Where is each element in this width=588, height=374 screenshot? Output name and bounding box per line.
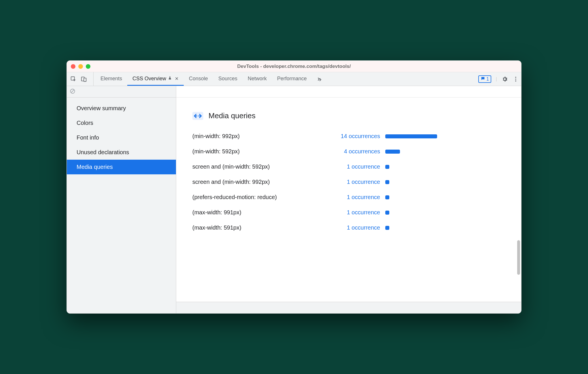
media-queries-section: Media queries (min-width: 992px)14 occur…	[176, 98, 521, 302]
section-title: Media queries	[208, 111, 255, 120]
occurrence-bar-cell	[385, 165, 505, 169]
toolbar-right-group: 1 |	[475, 72, 519, 86]
kebab-menu-icon[interactable]	[513, 76, 519, 82]
occurrence-bar-cell	[385, 180, 505, 184]
media-query-text: screen and (min-width: 592px)	[192, 163, 328, 170]
sidebar-item-colors[interactable]: Colors	[67, 116, 176, 130]
occurrence-bar-cell	[385, 211, 505, 215]
panel-tabs: Elements CSS Overview ✕ Console Sources …	[95, 72, 312, 86]
drawer-strip[interactable]	[176, 302, 521, 313]
media-query-row: screen and (min-width: 992px)1 occurrenc…	[192, 179, 505, 185]
chat-icon	[481, 76, 485, 82]
media-query-row: (min-width: 592px)4 occurrences	[192, 148, 505, 155]
media-query-row: (max-width: 591px)1 occurrence	[192, 224, 505, 231]
scrollbar-thumb[interactable]	[517, 240, 520, 275]
occurrence-bar	[385, 211, 389, 215]
sidebar-item-unused-declarations[interactable]: Unused declarations	[67, 145, 176, 160]
tab-console[interactable]: Console	[184, 72, 213, 86]
occurrence-bar	[385, 150, 400, 154]
occurrence-bar-cell	[385, 226, 505, 230]
sidebar-nav: Overview summaryColorsFont infoUnused de…	[67, 98, 176, 178]
minimize-window-button[interactable]	[78, 64, 83, 69]
tab-label: CSS Overview	[132, 76, 166, 82]
toolbar-left-group	[70, 72, 94, 86]
main-subtoolbar	[176, 86, 521, 98]
traffic-lights	[71, 64, 90, 69]
devtools-window: DevTools - developer.chrome.com/tags/dev…	[67, 60, 521, 314]
occurrence-bar-cell	[385, 134, 505, 138]
tab-elements[interactable]: Elements	[95, 72, 127, 86]
occurrence-count-link[interactable]: 1 occurrence	[328, 163, 385, 170]
media-query-text: (min-width: 992px)	[192, 133, 328, 140]
devtools-toolbar: Elements CSS Overview ✕ Console Sources …	[67, 72, 521, 86]
svg-line-7	[71, 90, 74, 93]
sidebar-item-overview-summary[interactable]: Overview summary	[67, 101, 176, 116]
occurrence-bar	[385, 180, 389, 184]
sidebar-item-media-queries[interactable]: Media queries	[67, 160, 176, 174]
media-query-row: (min-width: 992px)14 occurrences	[192, 133, 505, 140]
occurrence-count-link[interactable]: 1 occurrence	[328, 209, 385, 216]
experiment-flask-icon	[168, 76, 172, 82]
more-tabs-button[interactable]	[312, 72, 326, 86]
media-query-text: (min-width: 592px)	[192, 148, 328, 155]
clear-overview-icon[interactable]	[70, 88, 75, 95]
close-window-button[interactable]	[71, 64, 75, 69]
media-query-text: screen and (min-width: 992px)	[192, 179, 328, 185]
device-toolbar-icon[interactable]	[81, 76, 87, 82]
scrollbar-track[interactable]	[517, 103, 520, 299]
tab-label: Console	[189, 76, 208, 82]
svg-point-4	[515, 79, 516, 80]
panel-body: Overview summaryColorsFont infoUnused de…	[67, 86, 521, 313]
section-header: Media queries	[192, 111, 505, 120]
occurrence-bar	[385, 134, 437, 138]
tab-label: Network	[248, 76, 267, 82]
zoom-window-button[interactable]	[86, 64, 90, 69]
svg-point-5	[515, 80, 516, 81]
media-query-row: screen and (min-width: 592px)1 occurrenc…	[192, 163, 505, 170]
issues-counter[interactable]: 1	[478, 75, 491, 83]
media-query-row: (prefers-reduced-motion: reduce)1 occurr…	[192, 194, 505, 201]
svg-point-3	[515, 77, 516, 78]
occurrence-count-link[interactable]: 1 occurrence	[328, 224, 385, 231]
media-query-text: (max-width: 991px)	[192, 209, 328, 216]
occurrence-bar	[385, 195, 389, 199]
media-query-row: (max-width: 991px)1 occurrence	[192, 209, 505, 216]
tab-sources[interactable]: Sources	[213, 72, 242, 86]
tab-css-overview[interactable]: CSS Overview ✕	[127, 72, 184, 86]
window-titlebar: DevTools - developer.chrome.com/tags/dev…	[67, 61, 521, 72]
tab-label: Sources	[218, 76, 237, 82]
close-tab-icon[interactable]: ✕	[175, 76, 179, 81]
sidebar-item-font-info[interactable]: Font info	[67, 130, 176, 145]
occurrence-count-link[interactable]: 14 occurrences	[328, 133, 385, 140]
css-overview-sidebar: Overview summaryColorsFont infoUnused de…	[67, 86, 176, 313]
settings-gear-icon[interactable]	[502, 76, 508, 82]
media-query-text: (max-width: 591px)	[192, 224, 328, 231]
window-title: DevTools - developer.chrome.com/tags/dev…	[67, 64, 521, 69]
media-query-text: (prefers-reduced-motion: reduce)	[192, 194, 328, 201]
tab-label: Performance	[277, 76, 307, 82]
tab-performance[interactable]: Performance	[272, 72, 312, 86]
occurrence-bar	[385, 165, 389, 169]
sidebar-actionbar	[67, 86, 176, 98]
occurrence-count-link[interactable]: 4 occurrences	[328, 148, 385, 155]
tab-label: Elements	[100, 76, 122, 82]
occurrence-bar	[385, 226, 389, 230]
media-queries-icon	[192, 112, 203, 120]
occurrence-count-link[interactable]: 1 occurrence	[328, 179, 385, 185]
inspect-element-icon[interactable]	[70, 76, 77, 82]
issues-count: 1	[486, 77, 489, 82]
main-panel: Media queries (min-width: 992px)14 occur…	[176, 86, 521, 313]
media-query-list: (min-width: 992px)14 occurrences(min-wid…	[192, 133, 505, 231]
occurrence-bar-cell	[385, 150, 505, 154]
svg-rect-2	[84, 78, 86, 81]
tab-network[interactable]: Network	[242, 72, 272, 86]
occurrence-bar-cell	[385, 195, 505, 199]
occurrence-count-link[interactable]: 1 occurrence	[328, 194, 385, 201]
